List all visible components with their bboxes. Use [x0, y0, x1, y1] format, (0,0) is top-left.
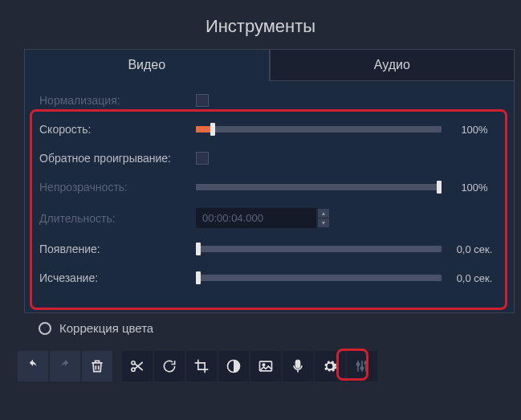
- color-correction-label: Коррекция цвета: [59, 321, 153, 335]
- mic-button[interactable]: [283, 351, 313, 381]
- normalization-label: Нормализация:: [39, 94, 196, 107]
- toolbar: [18, 351, 521, 381]
- contrast-icon: [226, 358, 242, 374]
- trash-icon: [89, 358, 105, 374]
- fadeout-label: Исчезание:: [39, 271, 196, 284]
- fadeout-slider[interactable]: [196, 275, 442, 281]
- crop-button[interactable]: [186, 351, 217, 381]
- row-normalization: Нормализация:: [25, 86, 514, 115]
- circle-icon: [39, 322, 51, 335]
- scissors-icon: [129, 358, 145, 374]
- row-fadeout: Исчезание: 0,0 сек.: [25, 263, 514, 292]
- crop-icon: [193, 358, 210, 374]
- delete-button[interactable]: [82, 351, 112, 381]
- tabs: Видео Аудио: [24, 49, 515, 81]
- svg-point-7: [360, 367, 363, 369]
- row-duration: Длительность: 00:00:04.000 ▲ ▼: [25, 202, 514, 234]
- undo-button[interactable]: [18, 351, 48, 381]
- tab-video[interactable]: Видео: [24, 49, 270, 81]
- svg-rect-5: [296, 361, 300, 368]
- settings-button[interactable]: [315, 351, 345, 381]
- row-reverse: Обратное проигрывание:: [25, 144, 514, 173]
- row-speed: Скорость: 100%: [25, 115, 514, 144]
- fadein-label: Появление:: [39, 243, 196, 255]
- speed-label: Скорость:: [39, 123, 196, 136]
- normalization-checkbox[interactable]: [196, 94, 209, 107]
- speed-slider[interactable]: [196, 126, 442, 133]
- row-fadein: Появление: 0,0 сек.: [25, 234, 514, 263]
- svg-point-4: [263, 364, 265, 366]
- content-area: Нормализация: Скорость: 100% Обратное пр…: [24, 81, 515, 313]
- rotate-icon: [161, 358, 177, 374]
- svg-point-8: [364, 361, 367, 364]
- opacity-label: Непрозрачность:: [39, 181, 196, 194]
- speed-value: 100%: [450, 124, 499, 136]
- sliders-icon: [354, 358, 370, 374]
- duration-label: Длительность:: [39, 212, 196, 225]
- undo-icon: [25, 358, 41, 374]
- contrast-button[interactable]: [218, 351, 249, 381]
- reverse-label: Обратное проигрывание:: [39, 152, 196, 165]
- opacity-value: 100%: [450, 181, 499, 194]
- gear-icon: [322, 358, 338, 374]
- image-button[interactable]: [250, 351, 281, 381]
- color-correction-row[interactable]: Коррекция цвета: [24, 313, 515, 343]
- cut-button[interactable]: [122, 351, 153, 381]
- equalizer-button[interactable]: [347, 351, 377, 381]
- panel-title: Инструменты: [0, 0, 521, 49]
- duration-input[interactable]: 00:00:04.000: [196, 208, 316, 228]
- opacity-slider[interactable]: [196, 184, 442, 190]
- image-icon: [258, 358, 274, 374]
- duration-spinner: ▲ ▼: [318, 209, 329, 228]
- duration-up[interactable]: ▲: [318, 209, 329, 218]
- svg-point-6: [356, 363, 359, 365]
- fadein-slider[interactable]: [196, 246, 442, 252]
- rotate-button[interactable]: [154, 351, 185, 381]
- mic-icon: [290, 358, 306, 374]
- fadeout-value: 0,0 сек.: [450, 272, 499, 284]
- tab-audio[interactable]: Аудио: [270, 49, 515, 81]
- row-opacity: Непрозрачность: 100%: [25, 173, 514, 202]
- duration-down[interactable]: ▼: [318, 218, 329, 227]
- fadein-value: 0,0 сек.: [450, 243, 499, 255]
- reverse-checkbox[interactable]: [196, 152, 209, 165]
- redo-icon: [57, 358, 73, 374]
- redo-button[interactable]: [50, 351, 80, 381]
